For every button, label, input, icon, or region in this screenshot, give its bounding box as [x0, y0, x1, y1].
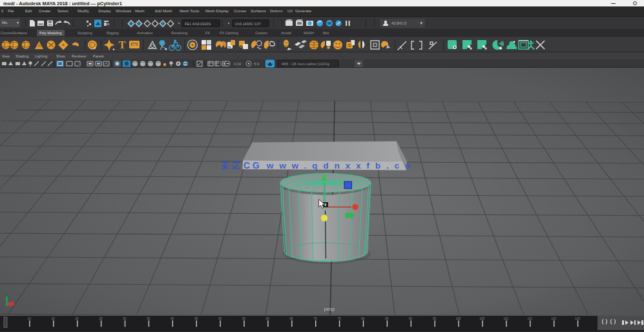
- svg-text:95: 95: [433, 317, 437, 320]
- svg-text:55: 55: [242, 317, 246, 320]
- svg-text:90: 90: [409, 317, 413, 320]
- svg-text:75: 75: [337, 317, 341, 320]
- svg-text:70: 70: [313, 317, 317, 320]
- svg-text:110: 110: [504, 317, 509, 320]
- svg-text:persp: persp: [324, 307, 335, 312]
- svg-text:25: 25: [99, 317, 103, 320]
- svg-text:15: 15: [52, 317, 56, 320]
- svg-text:35: 35: [147, 317, 151, 320]
- svg-text:60: 60: [266, 317, 270, 320]
- svg-text:www.qdnxxfb.cn: www.qdnxxfb.cn: [266, 161, 416, 171]
- svg-text:0.00: 0.00: [234, 62, 242, 66]
- svg-text:65: 65: [290, 317, 294, 320]
- svg-text:120: 120: [551, 317, 556, 320]
- svg-text:CG: CG: [244, 160, 262, 171]
- svg-text:30: 30: [123, 317, 127, 320]
- svg-text:45: 45: [194, 317, 198, 320]
- svg-text:20: 20: [75, 317, 79, 320]
- svg-text:10: 10: [28, 317, 32, 320]
- svg-text:50: 50: [218, 317, 222, 320]
- svg-text:T: T: [119, 39, 126, 50]
- svg-text:115: 115: [528, 317, 533, 320]
- svg-text:40: 40: [171, 317, 174, 320]
- svg-text:5:9: 5:9: [254, 62, 260, 66]
- svg-text:100: 100: [456, 317, 461, 320]
- svg-text:105: 105: [480, 317, 485, 320]
- svg-text:465 - 18 mon.catbst [xGf2g: 465 - 18 mon.catbst [xGf2g: [282, 62, 329, 66]
- svg-text:85: 85: [385, 317, 389, 320]
- svg-text:125: 125: [575, 317, 580, 320]
- svg-text:MM: MM: [132, 43, 137, 47]
- svg-text:80: 80: [361, 317, 365, 320]
